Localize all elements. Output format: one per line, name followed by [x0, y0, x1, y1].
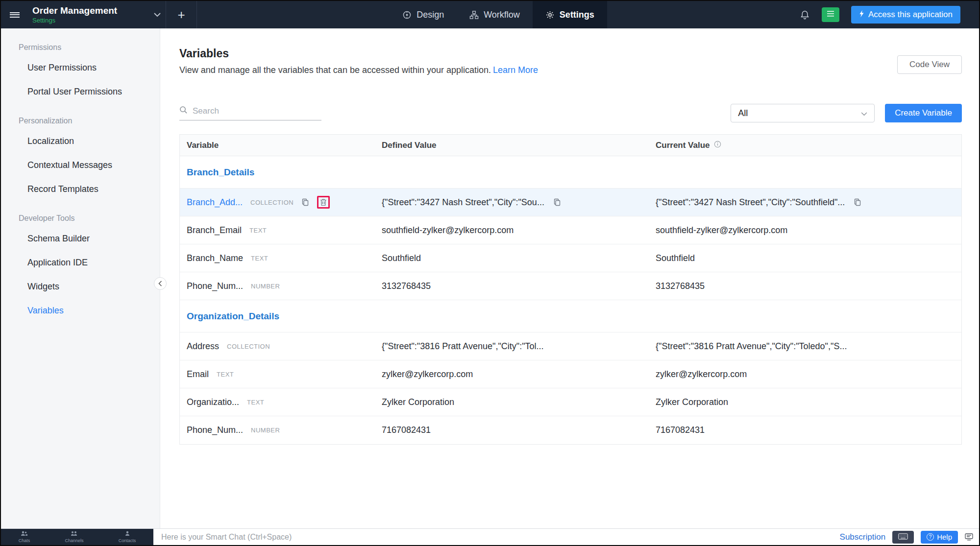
settings-gear-icon [545, 10, 555, 20]
access-application-label: Access this application [868, 10, 953, 20]
dock-item-label: Channels [65, 538, 83, 543]
variable-type-badge: TEXT [249, 227, 267, 234]
section-title-personalization: Personalization [19, 117, 160, 125]
sidebar-item-application-ide[interactable]: Application IDE [1, 251, 160, 275]
copy-variable-icon[interactable] [301, 198, 309, 206]
variable-type-badge: NUMBER [251, 283, 280, 290]
chat-panel-icon[interactable] [965, 533, 973, 541]
sidebar-item-schema-builder[interactable]: Schema Builder [1, 227, 160, 251]
sidebar-item-portal-user-permissions[interactable]: Portal User Permissions [1, 80, 160, 104]
page-description: View and manage all the variables that c… [179, 65, 962, 75]
column-header-variable: Variable [187, 141, 219, 150]
app-window: Order Management Settings + Design W [0, 0, 980, 546]
tab-workflow[interactable]: Workflow [457, 1, 533, 28]
code-view-button[interactable]: Code View [897, 55, 962, 74]
delete-variable-trash-icon[interactable] [320, 198, 327, 206]
variable-name[interactable]: Organizatio... [187, 397, 239, 407]
sidebar-item-contextual-messages[interactable]: Contextual Messages [1, 153, 160, 177]
add-application-button[interactable]: + [166, 7, 196, 23]
variable-type-badge: COLLECTION [250, 199, 294, 206]
defined-value: zylker@zylkercorp.com [382, 369, 473, 380]
sidebar-collapse-button[interactable] [154, 277, 167, 290]
variable-name[interactable]: Branch_Email [187, 225, 242, 236]
table-row: Address COLLECTION {"Street":"3816 Pratt… [180, 332, 961, 360]
group-row-branch-details: Branch_Details [180, 156, 961, 189]
table-row: Email TEXT zylker@zylkercorp.com zylker@… [180, 360, 961, 388]
topbar-tabs: Design Workflow Settings [197, 1, 800, 28]
dock-item-channels[interactable]: Channels [65, 531, 83, 543]
tab-settings-label: Settings [560, 10, 594, 20]
sidebar-section-permissions: Permissions User Permissions Portal User… [1, 43, 160, 104]
chats-icon [21, 531, 27, 537]
defined-value: 3132768435 [382, 281, 431, 291]
variable-name[interactable]: Email [187, 369, 209, 380]
variable-type-filter-dropdown[interactable]: All [731, 104, 875, 122]
group-link[interactable]: Organization_Details [180, 311, 382, 322]
variable-name[interactable]: Phone_Num... [187, 281, 243, 291]
hamburger-menu-icon[interactable] [1, 11, 28, 19]
page-title: Variables [179, 47, 962, 60]
sidebar-item-variables[interactable]: Variables [1, 299, 160, 323]
settings-sidebar: Permissions User Permissions Portal User… [1, 28, 160, 528]
variable-name[interactable]: Address [187, 341, 219, 352]
controls-right: All Create Variable [731, 104, 962, 122]
sidebar-item-localization[interactable]: Localization [1, 129, 160, 153]
create-variable-button[interactable]: Create Variable [885, 104, 962, 122]
section-title-developer-tools: Developer Tools [19, 214, 160, 223]
help-label: Help [937, 533, 952, 541]
current-value: 7167082431 [656, 425, 705, 435]
bottom-bar: Chats Channels Contacts Here is your Sma… [1, 528, 979, 545]
dock-item-contacts[interactable]: Contacts [119, 531, 136, 543]
tab-settings[interactable]: Settings [533, 1, 607, 28]
sidebar-item-user-permissions[interactable]: User Permissions [1, 56, 160, 80]
column-header-defined-value: Defined Value [382, 141, 436, 150]
sidebar-item-record-templates[interactable]: Record Templates [1, 177, 160, 201]
current-value: Southfield [656, 253, 695, 263]
keyboard-shortcuts-button[interactable] [892, 531, 914, 544]
question-mark-icon: ? [927, 533, 934, 541]
copy-defined-value-icon[interactable] [553, 198, 561, 206]
subscription-link[interactable]: Subscription [840, 532, 886, 542]
learn-more-link[interactable]: Learn More [493, 65, 538, 75]
app-subtitle: Settings [32, 17, 149, 24]
variables-table: Variable Defined Value Current Value Bra… [179, 134, 962, 445]
access-application-button[interactable]: Access this application [851, 6, 960, 24]
search-input[interactable] [193, 106, 310, 116]
help-button[interactable]: ? Help [921, 531, 958, 544]
defined-value: Southfield [382, 253, 421, 263]
info-icon[interactable] [714, 141, 721, 150]
chevron-down-icon [861, 108, 867, 119]
defined-value: {"Street":"3427 Nash Street","City":"Sou… [382, 197, 544, 208]
tab-workflow-label: Workflow [484, 10, 520, 20]
workflow-icon [469, 10, 479, 20]
current-value: southfield-zylker@zylkercorp.com [656, 225, 787, 236]
variable-name[interactable]: Phone_Num... [187, 425, 243, 435]
variable-name-link[interactable]: Branch_Add... [187, 197, 243, 208]
column-header-current-value: Current Value [656, 141, 710, 150]
app-switcher-chevron-down-icon[interactable] [149, 13, 166, 17]
chat-dock: Chats Channels Contacts [1, 529, 153, 545]
page-description-text: View and manage all the variables that c… [179, 65, 491, 75]
table-row: Branch_Add... COLLECTION {"Street":"3427 [180, 189, 961, 216]
sidebar-section-developer-tools: Developer Tools Schema Builder Applicati… [1, 214, 160, 323]
smart-chat-input[interactable]: Here is your Smart Chat (Ctrl+Space) [161, 533, 840, 542]
current-value: {"Street":"3816 Pratt Avenue","City":"To… [656, 341, 847, 352]
table-row: Branch_Name TEXT Southfield Southfield [180, 244, 961, 272]
copy-current-value-icon[interactable] [854, 198, 861, 206]
filter-selected-value: All [738, 108, 748, 119]
group-link[interactable]: Branch_Details [180, 167, 382, 178]
sidebar-item-widgets[interactable]: Widgets [1, 275, 160, 299]
green-list-button[interactable] [822, 7, 839, 22]
delete-highlight-box [317, 196, 330, 209]
current-value: zylker@zylkercorp.com [656, 369, 747, 380]
tab-design[interactable]: Design [390, 1, 457, 28]
table-row: Phone_Num... NUMBER 3132768435 313276843… [180, 272, 961, 300]
notifications-bell-icon[interactable] [800, 10, 810, 20]
contacts-icon [124, 531, 131, 537]
dock-item-chats[interactable]: Chats [19, 531, 30, 543]
defined-value: Zylker Corporation [382, 397, 454, 407]
variable-name[interactable]: Branch_Name [187, 253, 243, 263]
channels-icon [71, 531, 77, 537]
variables-panel: Variables View and manage all the variab… [160, 28, 979, 528]
table-row: Branch_Email TEXT southfield-zylker@zylk… [180, 216, 961, 244]
